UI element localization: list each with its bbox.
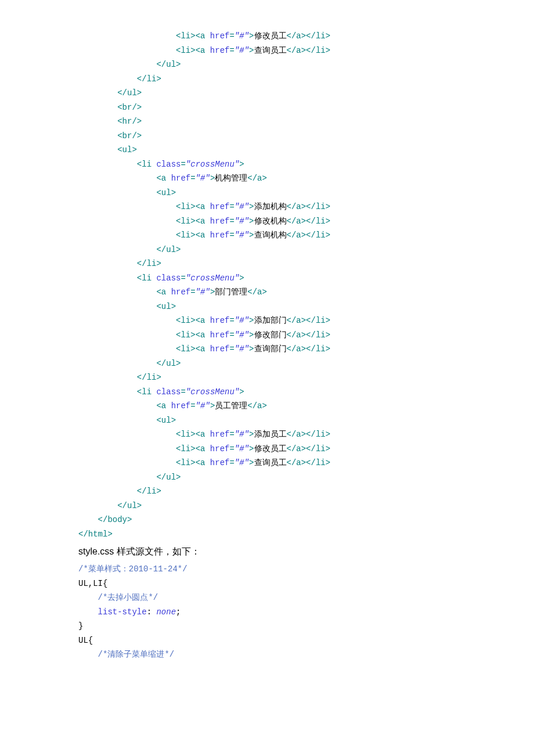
code-line: <li><a href="#">修改员工</a></li> <box>78 29 456 44</box>
code-line: </li> <box>78 257 456 271</box>
code-line: <ul> <box>78 413 456 428</box>
code-line: list-style: none; <box>78 605 456 620</box>
code-line: /*菜单样式：2010-11-24*/ <box>78 562 456 577</box>
prose-heading: style.css 样式源文件，如下： <box>78 543 456 560</box>
code-line: } <box>78 619 456 633</box>
code-line: <li><a href="#">添加机构</a></li> <box>78 200 456 214</box>
code-line: <li><a href="#">查询员工</a></li> <box>78 456 456 470</box>
code-line: /*去掉小圆点*/ <box>78 591 456 605</box>
code-line: </body> <box>78 513 456 527</box>
code-line: UL,LI{ <box>78 577 456 591</box>
code-line: UL{ <box>78 633 456 648</box>
code-line: <br/> <box>78 129 456 143</box>
code-line: <li><a href="#">修改机构</a></li> <box>78 214 456 229</box>
code-line: <li class="crossMenu"> <box>78 385 456 399</box>
code-line: <li><a href="#">添加部门</a></li> <box>78 314 456 328</box>
css-code-block: /*菜单样式：2010-11-24*/UL,LI{ /*去掉小圆点*/ list… <box>78 562 456 662</box>
code-line: <li><a href="#">添加员工</a></li> <box>78 427 456 442</box>
code-line: </html> <box>78 527 456 542</box>
code-line: </ul> <box>78 243 456 257</box>
code-line: <a href="#">机构管理</a> <box>78 171 456 186</box>
code-line: </li> <box>78 370 456 385</box>
code-line: <hr/> <box>78 114 456 129</box>
code-line: <br/> <box>78 100 456 115</box>
code-line: <li><a href="#">查询机构</a></li> <box>78 228 456 243</box>
code-line: <ul> <box>78 300 456 314</box>
code-line: <ul> <box>78 186 456 200</box>
code-line: <li class="crossMenu"> <box>78 157 456 172</box>
code-line: <a href="#">部门管理</a> <box>78 285 456 300</box>
code-line: <li class="crossMenu"> <box>78 271 456 286</box>
code-line: <li><a href="#">查询部门</a></li> <box>78 342 456 357</box>
html-code-block: <li><a href="#">修改员工</a></li> <li><a hre… <box>78 29 456 541</box>
code-line: </ul> <box>78 357 456 371</box>
code-line: <a href="#">员工管理</a> <box>78 399 456 413</box>
code-line: <li><a href="#">修改部门</a></li> <box>78 328 456 343</box>
code-line: <li><a href="#">查询员工</a></li> <box>78 44 456 58</box>
code-line: /*清除子菜单缩进*/ <box>78 647 456 662</box>
code-line: </ul> <box>78 470 456 485</box>
code-line: <ul> <box>78 143 456 157</box>
code-line: </ul> <box>78 86 456 100</box>
code-line: <li><a href="#">修改员工</a></li> <box>78 442 456 456</box>
code-line: </ul> <box>78 57 456 72</box>
code-line: </li> <box>78 484 456 499</box>
code-line: </li> <box>78 72 456 87</box>
code-line: </ul> <box>78 499 456 513</box>
